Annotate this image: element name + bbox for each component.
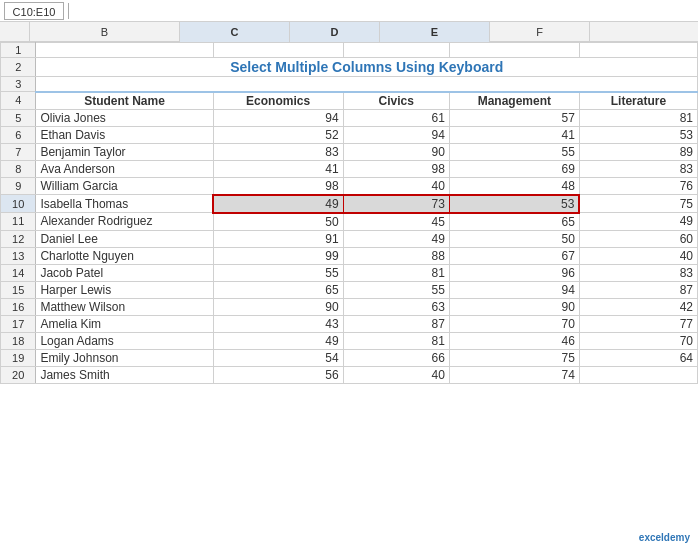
cell-economics: 99: [213, 247, 343, 264]
cell-management: 55: [449, 143, 579, 160]
cell-management: 67: [449, 247, 579, 264]
cell-literature: 83: [579, 264, 697, 281]
watermark: exceldemy: [639, 532, 690, 543]
row-num: 10: [1, 195, 36, 213]
sheet-body: 1 2 Select Multiple Columns Using Keyboa…: [0, 42, 698, 551]
cell-civics: 81: [343, 264, 449, 281]
row-num: 5: [1, 109, 36, 126]
cell-management: 46: [449, 332, 579, 349]
cell-student-name: Jacob Patel: [36, 264, 213, 281]
cell-student-name: James Smith: [36, 366, 213, 383]
col-header-d[interactable]: D: [290, 22, 380, 42]
header-management: Management: [449, 92, 579, 110]
row-num: 13: [1, 247, 36, 264]
cell-civics: 63: [343, 298, 449, 315]
cell-civics: 61: [343, 109, 449, 126]
cell-management: 50: [449, 230, 579, 247]
col-header-c[interactable]: C: [180, 22, 290, 42]
cell-management: 69: [449, 160, 579, 177]
cell: [449, 43, 579, 58]
row-num: 17: [1, 315, 36, 332]
table-row: 14Jacob Patel55819683: [1, 264, 698, 281]
table-row: 12Daniel Lee91495060: [1, 230, 698, 247]
cell-literature: 76: [579, 177, 697, 195]
cell-management: 65: [449, 213, 579, 231]
cell-literature: 83: [579, 160, 697, 177]
cell-literature: 81: [579, 109, 697, 126]
cell-economics: 65: [213, 281, 343, 298]
cell-economics: 83: [213, 143, 343, 160]
table-row: 2 Select Multiple Columns Using Keyboard: [1, 58, 698, 77]
cell-economics: 43: [213, 315, 343, 332]
cell-student-name: Harper Lewis: [36, 281, 213, 298]
row-num: 8: [1, 160, 36, 177]
column-headers: B C D E F: [0, 22, 698, 42]
cell: [343, 43, 449, 58]
cell-economics: 94: [213, 109, 343, 126]
divider-cell: [36, 77, 698, 92]
cell-literature: 60: [579, 230, 697, 247]
col-header-e[interactable]: E: [380, 22, 490, 42]
table-row: 5Olivia Jones94615781: [1, 109, 698, 126]
spreadsheet: C10:E10 B C D E F 1: [0, 0, 698, 551]
cell-student-name: Olivia Jones: [36, 109, 213, 126]
row-num: 2: [1, 58, 36, 77]
row-num: 12: [1, 230, 36, 247]
table-row: 16Matthew Wilson90639042: [1, 298, 698, 315]
table-row: 19Emily Johnson54667564: [1, 349, 698, 366]
cell-literature: 75: [579, 195, 697, 213]
cell-student-name: William Garcia: [36, 177, 213, 195]
cell-civics: 94: [343, 126, 449, 143]
cell-literature: 42: [579, 298, 697, 315]
cell: [579, 43, 697, 58]
cell-civics: 98: [343, 160, 449, 177]
cell-student-name: Daniel Lee: [36, 230, 213, 247]
table-row: 7Benjamin Taylor83905589: [1, 143, 698, 160]
cell-economics: 49: [213, 195, 343, 213]
table-row: 11Alexander Rodriguez50456549: [1, 213, 698, 231]
cell-civics: 81: [343, 332, 449, 349]
header-literature: Literature: [579, 92, 697, 110]
table-row: 3: [1, 77, 698, 92]
cell-economics: 49: [213, 332, 343, 349]
cell-literature: 77: [579, 315, 697, 332]
row-num: 19: [1, 349, 36, 366]
row-num: 3: [1, 77, 36, 92]
cell-civics: 73: [343, 195, 449, 213]
corner-header: [0, 22, 30, 41]
table-row: 9William Garcia98404876: [1, 177, 698, 195]
cell-student-name: Ava Anderson: [36, 160, 213, 177]
cell-student-name: Logan Adams: [36, 332, 213, 349]
cell-management: 57: [449, 109, 579, 126]
col-header-f[interactable]: F: [490, 22, 590, 42]
table-row: 1: [1, 43, 698, 58]
row-num: 18: [1, 332, 36, 349]
grid: 1 2 Select Multiple Columns Using Keyboa…: [0, 42, 698, 551]
table-row: 6Ethan Davis52944153: [1, 126, 698, 143]
formula-bar: C10:E10: [0, 0, 698, 22]
cell-student-name: Benjamin Taylor: [36, 143, 213, 160]
table-row: 18Logan Adams49814670: [1, 332, 698, 349]
cell-literature: 64: [579, 349, 697, 366]
name-box[interactable]: C10:E10: [4, 2, 64, 20]
cell-economics: 41: [213, 160, 343, 177]
row-num: 11: [1, 213, 36, 231]
table-row: 8Ava Anderson41986983: [1, 160, 698, 177]
cell-economics: 50: [213, 213, 343, 231]
cell-management: 94: [449, 281, 579, 298]
cell-civics: 88: [343, 247, 449, 264]
cell-civics: 40: [343, 366, 449, 383]
row-num: 4: [1, 92, 36, 110]
col-header-b[interactable]: B: [30, 22, 180, 42]
row-num: 9: [1, 177, 36, 195]
cell-literature: 49: [579, 213, 697, 231]
cell-civics: 40: [343, 177, 449, 195]
cell-management: 48: [449, 177, 579, 195]
header-row: 4 Student Name Economics Civics Manageme…: [1, 92, 698, 110]
cell: [36, 43, 213, 58]
cell-literature: 87: [579, 281, 697, 298]
cell: [213, 43, 343, 58]
cell-economics: 55: [213, 264, 343, 281]
cell-management: 74: [449, 366, 579, 383]
table-row: 15Harper Lewis65559487: [1, 281, 698, 298]
